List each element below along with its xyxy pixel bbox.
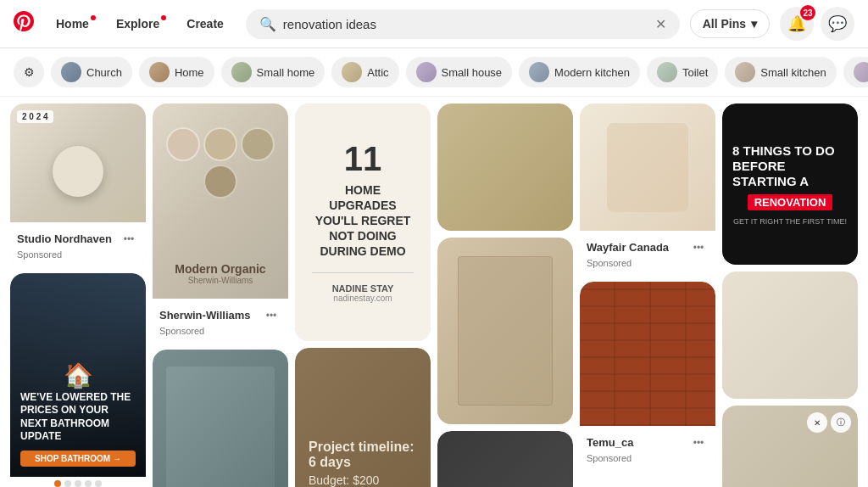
nav-explore[interactable]: Explore (104, 10, 171, 37)
pill-small-home[interactable]: Small home (221, 57, 326, 87)
pill-church[interactable]: Church (51, 57, 132, 87)
notification-badge: 23 (800, 5, 815, 20)
pin-more-button[interactable]: ••• (119, 229, 139, 249)
pin-subtitle: Sponsored (159, 326, 281, 336)
pill-thumb-toilet (657, 62, 677, 82)
pin-cabinetry-bottom[interactable] (437, 238, 573, 424)
pin-subtitle: Sponsored (587, 453, 709, 463)
eleven-title: HOME UPGRADES YOU'LL REGRET NOT DOING DU… (312, 182, 414, 260)
pill-modern-kitchen[interactable]: Modern kitchen (519, 57, 640, 87)
pill-thumb-small-house (416, 62, 437, 82)
pin-sherwin-williams[interactable]: Modern Organic Sherwin-Williams Sherwin-… (153, 104, 288, 343)
pin-kitchen-dark[interactable]: 7:04 (437, 431, 573, 487)
chevron-down-icon: ▾ (751, 17, 757, 31)
pin-subtitle: Sponsored (17, 249, 139, 260)
pin-wayfair[interactable]: Wayfair Canada ••• Sponsored (580, 104, 715, 275)
nav-home[interactable]: Home (44, 10, 101, 37)
pin-8-things[interactable]: 8 THINGS TO DO BEFORE STARTING A RENOVAT… (722, 104, 858, 265)
pill-thumb-church (61, 62, 81, 82)
header: Home Explore Create 🔍 ✕ All Pins ▾ 🔔 23 … (0, 0, 868, 48)
eight-things-title: 8 THINGS TO DO BEFORE STARTING A (732, 143, 848, 189)
sherwin-brand: Modern Organic (153, 262, 288, 276)
notifications-button[interactable]: 🔔 23 (780, 7, 814, 41)
eleven-author: NADINE STAY (312, 283, 414, 294)
pin-title: Sherwin-Williams (159, 309, 251, 322)
pinterest-logo[interactable] (14, 11, 34, 36)
pin-11-upgrades[interactable]: 11 HOME UPGRADES YOU'LL REGRET NOT DOING… (295, 104, 431, 341)
pin-more-button[interactable]: ••• (688, 433, 709, 453)
pill-washroom[interactable]: Washroom (843, 57, 868, 87)
filter-pills-row: ⚙ Church Home Small home Attic Small hou… (0, 48, 868, 97)
pill-home[interactable]: Home (139, 57, 214, 87)
color-swatch (166, 127, 200, 161)
pill-small-kitchen[interactable]: Small kitchen (725, 57, 836, 87)
explore-notification-dot (161, 15, 166, 20)
search-clear-button[interactable]: ✕ (655, 16, 666, 32)
pill-thumb-small-kitchen (735, 62, 755, 82)
pill-small-house[interactable]: Small house (406, 57, 513, 87)
pins-grid: 2 0 2 4 Studio Nordhaven ••• Sponsored W… (0, 97, 868, 487)
pin-title: Temu_ca (587, 436, 633, 449)
eight-things-sub: GET IT RIGHT THE FIRST TIME! (733, 217, 847, 226)
home-depot-overlay-text: WE'VE LOWERED THE PRICES ON YOUR NEXT BA… (20, 391, 136, 444)
pin-footer: Wayfair Canada ••• Sponsored (580, 231, 715, 275)
color-swatch (203, 165, 237, 199)
all-pins-button[interactable]: All Pins ▾ (690, 9, 770, 38)
search-input[interactable] (283, 17, 648, 31)
renovation-badge: RENOVATION (748, 194, 833, 210)
search-icon: 🔍 (259, 16, 276, 32)
pin-title: Wayfair Canada (587, 241, 669, 254)
messages-button[interactable]: 💬 (821, 7, 854, 41)
pin-home-depot[interactable]: WE'VE LOWERED THE PRICES ON YOUR NEXT BA… (10, 273, 146, 487)
eleven-site: nadinestay.com (312, 294, 414, 303)
pin-subtitle: Sponsored (587, 258, 709, 268)
pin-right-bottom[interactable]: 0:15 ✕ ⓘ (722, 406, 858, 487)
pin-cabinetry-top[interactable] (437, 104, 573, 231)
pill-attic[interactable]: Attic (331, 57, 398, 87)
home-depot-cta[interactable]: SHOP BATHROOM → (20, 451, 136, 467)
home-notification-dot (91, 15, 96, 20)
pill-toilet[interactable]: Toilet (647, 57, 718, 87)
main-nav: Home Explore Create (44, 10, 236, 37)
pill-thumb-washroom (854, 62, 868, 82)
year-badge: 2 0 2 4 (17, 110, 53, 123)
color-swatch (203, 127, 237, 161)
nav-create[interactable]: Create (175, 10, 236, 37)
pill-thumb-attic (342, 62, 362, 82)
pin-temu[interactable] (722, 271, 858, 399)
color-swatch (241, 127, 275, 161)
info-button[interactable]: ⓘ (831, 412, 851, 433)
pin-more-button[interactable]: ••• (261, 305, 281, 326)
pin-bathroom-tile[interactable] (153, 350, 288, 487)
header-icons: 🔔 23 💬 (780, 7, 854, 41)
pin-project-timeline[interactable]: Project timeline: 6 days Budget: $200 (295, 348, 431, 487)
pin-footer: Temu_ca ••• Sponsored (580, 426, 715, 470)
pin-studio-nordhaven[interactable]: 2 0 2 4 Studio Nordhaven ••• Sponsored (10, 104, 146, 266)
pill-thumb-home (149, 62, 170, 82)
pill-thumb-modern-kitchen (529, 62, 549, 82)
filter-icon-button[interactable]: ⚙ (14, 57, 44, 87)
sherwin-sub: Sherwin-Williams (153, 276, 288, 285)
pill-thumb-small-home (231, 62, 252, 82)
pin-title: Studio Nordhaven (17, 232, 112, 245)
pin-more-button[interactable]: ••• (688, 238, 709, 258)
pin-footer: Studio Nordhaven ••• Sponsored (10, 222, 146, 266)
close-button[interactable]: ✕ (807, 412, 827, 433)
search-bar[interactable]: 🔍 ✕ (246, 9, 680, 39)
pin-brick-wall[interactable]: Temu_ca ••• Sponsored (580, 282, 715, 470)
pin-footer: Sherwin-Williams ••• Sponsored (153, 299, 288, 343)
project-text: Project timeline: 6 days Budget: $200 (295, 426, 431, 487)
